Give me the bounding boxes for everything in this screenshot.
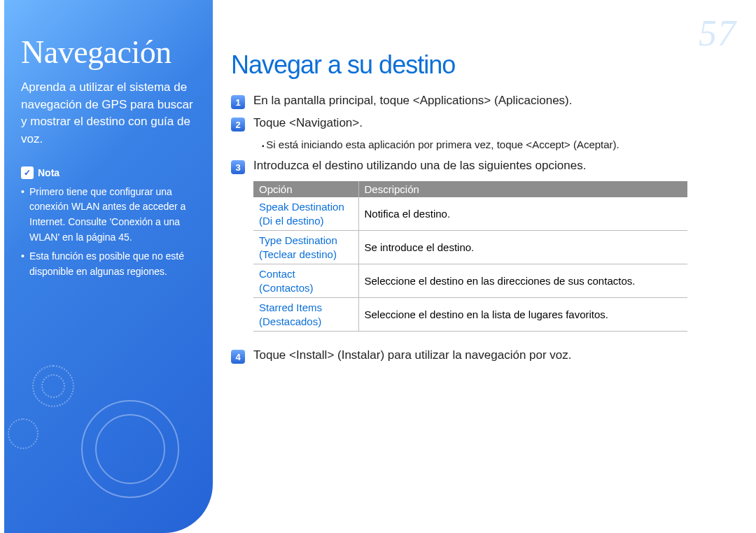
note-item: Primero tiene que configurar una conexió… bbox=[21, 185, 197, 246]
step-1: 1 En la pantalla principal, toque <Appli… bbox=[231, 94, 728, 109]
option-description: Se introduce el destino. bbox=[358, 231, 687, 264]
sidebar: Navegación Aprenda a utilizar el sistema… bbox=[4, 0, 213, 533]
option-description: Notifica el destino. bbox=[358, 197, 687, 231]
table-header-description: Descripción bbox=[358, 181, 687, 197]
step-3: 3 Introduzca el destino utilizando una d… bbox=[231, 159, 728, 174]
table-row: Speak Destination(Di el destino) Notific… bbox=[253, 197, 687, 231]
option-description: Seleccione el destino en la lista de lug… bbox=[358, 298, 687, 332]
note-header: ✓ Nota bbox=[21, 166, 197, 179]
step-4: 4 Toque <Install> (Instalar) para utiliz… bbox=[231, 348, 728, 364]
step-number-badge: 2 bbox=[231, 118, 245, 132]
step-text: Toque <Navigation>. bbox=[253, 116, 363, 130]
options-table: Opción Descripción Speak Destination(Di … bbox=[253, 181, 687, 332]
option-name: Starred Items(Destacados) bbox=[259, 301, 353, 328]
note-icon: ✓ bbox=[21, 166, 34, 179]
decoration-circle bbox=[95, 414, 165, 484]
note-list: Primero tiene que configurar una conexió… bbox=[21, 185, 197, 280]
step-number-badge: 1 bbox=[231, 95, 245, 109]
table-row: Starred Items(Destacados) Seleccione el … bbox=[253, 298, 687, 332]
step-text: Introduzca el destino utilizando una de … bbox=[253, 159, 586, 173]
option-name: Speak Destination(Di el destino) bbox=[259, 200, 353, 227]
note-item: Esta función es posible que no esté disp… bbox=[21, 249, 197, 279]
page-number: 57 bbox=[699, 13, 736, 54]
table-header-option: Opción bbox=[253, 181, 358, 197]
decoration-circle bbox=[41, 374, 65, 398]
option-description: Seleccione el destino en las direcciones… bbox=[358, 264, 687, 298]
step-sub-bullet: Si está iniciando esta aplicación por pr… bbox=[262, 138, 728, 150]
sidebar-title: Navegación bbox=[21, 34, 197, 71]
option-name: Contact(Contactos) bbox=[259, 267, 353, 294]
step-number-badge: 4 bbox=[231, 350, 245, 364]
page-title: Navegar a su destino bbox=[231, 50, 728, 80]
sidebar-description: Aprenda a utilizar el sistema de navegac… bbox=[21, 79, 197, 148]
table-row: Type Destination(Teclear destino) Se int… bbox=[253, 231, 687, 264]
step-text: En la pantalla principal, toque <Applica… bbox=[253, 94, 573, 108]
table-row: Contact(Contactos) Seleccione el destino… bbox=[253, 264, 687, 298]
decoration-circle bbox=[8, 418, 38, 449]
note-label: Nota bbox=[38, 167, 59, 178]
step-text: Toque <Install> (Instalar) para utilizar… bbox=[253, 348, 572, 362]
main-content: Navegar a su destino 1 En la pantalla pr… bbox=[231, 50, 728, 371]
step-2: 2 Toque <Navigation>. bbox=[231, 116, 728, 132]
step-number-badge: 3 bbox=[231, 160, 245, 174]
option-name: Type Destination(Teclear destino) bbox=[259, 234, 353, 261]
